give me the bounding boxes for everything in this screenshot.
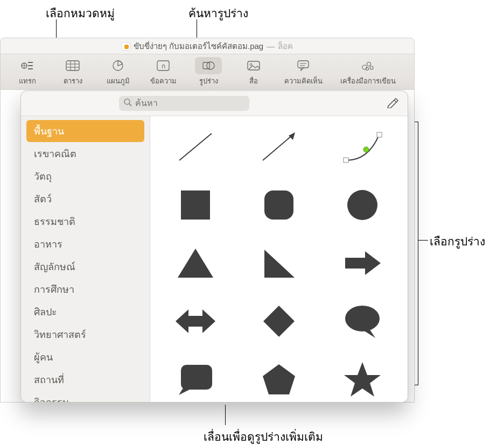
svg-point-41 — [345, 306, 380, 331]
search-icon — [123, 98, 132, 109]
svg-marker-40 — [263, 306, 295, 337]
svg-rect-31 — [377, 132, 382, 137]
callout-find-shape: ค้นหารูปร่าง — [188, 4, 248, 22]
shape-callout-square[interactable] — [162, 356, 229, 402]
shape-triangle[interactable] — [162, 240, 229, 286]
shape-arrow-right[interactable] — [328, 240, 396, 286]
toolbar-text-label: ข้อความ — [150, 75, 177, 87]
toolbar-chart-label: แผนภูมิ — [107, 75, 130, 87]
svg-point-15 — [207, 62, 214, 69]
svg-marker-39 — [176, 309, 215, 333]
svg-marker-36 — [178, 249, 213, 278]
category-item[interactable]: สถานที่ — [26, 369, 144, 391]
category-sidebar: พื้นฐานเรขาคณิตวัตถุสัตว์ธรรมชาติอาหารสั… — [21, 116, 150, 402]
svg-rect-30 — [344, 158, 348, 163]
draw-shape-button[interactable] — [386, 96, 400, 110]
shape-line[interactable] — [162, 124, 229, 170]
shape-star[interactable] — [328, 356, 396, 402]
comment-icon — [290, 57, 317, 74]
svg-line-26 — [129, 104, 131, 106]
svg-marker-45 — [263, 364, 295, 394]
svg-rect-34 — [264, 190, 293, 220]
svg-point-17 — [250, 63, 252, 66]
shape-pentagon[interactable] — [246, 356, 313, 402]
category-item[interactable]: สัญลักษณ์ — [26, 256, 144, 278]
shape-square[interactable] — [162, 182, 229, 228]
shapes-popover: พื้นฐานเรขาคณิตวัตถุสัตว์ธรรมชาติอาหารสั… — [20, 90, 408, 402]
svg-marker-29 — [289, 132, 295, 140]
shape-circle[interactable] — [328, 182, 396, 228]
toolbar-table[interactable]: ตาราง — [50, 57, 95, 87]
category-item[interactable]: พื้นฐาน — [26, 120, 144, 142]
category-item[interactable]: การศึกษา — [26, 278, 144, 300]
category-item[interactable]: ธรรมชาติ — [26, 210, 144, 232]
svg-point-25 — [124, 99, 130, 104]
svg-marker-46 — [344, 362, 381, 397]
svg-point-22 — [367, 62, 371, 66]
toolbar-authoring[interactable]: เครื่องมือการเขียน — [330, 57, 405, 87]
toolbar-insert-label: แทรก — [19, 75, 36, 87]
shape-speech-bubble[interactable] — [328, 298, 396, 344]
category-item[interactable]: ศิลปะ — [26, 301, 144, 323]
svg-text:ก: ก — [162, 62, 165, 70]
svg-rect-18 — [298, 61, 309, 68]
bracket-mid-line — [418, 240, 428, 241]
category-item[interactable]: กิจกรรม — [26, 391, 144, 402]
shape-right-triangle[interactable] — [246, 240, 313, 286]
category-item[interactable]: วัตถุ — [26, 165, 144, 187]
svg-rect-33 — [181, 190, 210, 220]
shape-grid — [150, 116, 408, 402]
shape-diamond[interactable] — [246, 298, 313, 344]
shape-icon — [195, 57, 222, 74]
svg-rect-6 — [66, 61, 79, 70]
toolbar-insert[interactable]: แทรก — [5, 57, 50, 87]
shape-curve-editable[interactable] — [328, 124, 396, 170]
authoring-icon — [354, 57, 381, 74]
svg-point-32 — [363, 147, 369, 152]
toolbar-text[interactable]: ก ข้อความ — [141, 57, 186, 87]
callout-select-shape: เลือกรูปร่าง — [430, 232, 485, 250]
svg-rect-4 — [28, 65, 33, 66]
category-item[interactable]: วิทยาศาสตร์ — [26, 323, 144, 345]
svg-point-35 — [347, 190, 377, 220]
toolbar: แทรก ตาราง แผนภูมิ ก ข้อความ รูปร่าง — [1, 54, 414, 90]
svg-line-27 — [179, 133, 212, 160]
toolbar-comment[interactable]: ความคิดเห็น — [276, 57, 330, 87]
svg-line-28 — [263, 136, 292, 160]
insert-icon — [14, 57, 41, 74]
media-icon — [240, 57, 267, 74]
toolbar-comment-label: ความคิดเห็น — [284, 75, 323, 87]
chart-icon — [104, 57, 131, 74]
svg-point-23 — [370, 66, 373, 69]
category-item[interactable]: สัตว์ — [26, 188, 144, 210]
category-item[interactable]: ผู้คน — [26, 346, 144, 368]
svg-marker-37 — [264, 250, 295, 278]
shape-arrow-line[interactable] — [246, 124, 313, 170]
document-locked-label: ล็อค — [278, 40, 293, 53]
toolbar-media[interactable]: สื่อ — [231, 57, 276, 87]
popover-header — [21, 91, 408, 116]
category-item[interactable]: อาหาร — [26, 233, 144, 255]
document-icon — [122, 42, 130, 51]
search-field[interactable] — [119, 96, 249, 111]
shape-arrow-double[interactable] — [162, 298, 229, 344]
shape-rounded-square[interactable] — [246, 182, 313, 228]
toolbar-authoring-label: เครื่องมือการเขียน — [340, 75, 396, 87]
svg-rect-3 — [28, 62, 33, 63]
svg-marker-38 — [345, 251, 381, 275]
svg-rect-5 — [28, 68, 33, 69]
svg-rect-14 — [203, 62, 209, 69]
toolbar-table-label: ตาราง — [64, 75, 82, 87]
title-dash: — — [267, 41, 275, 51]
popover-body: พื้นฐานเรขาคณิตวัตถุสัตว์ธรรมชาติอาหารสั… — [21, 116, 408, 402]
toolbar-shape[interactable]: รูปร่าง — [186, 57, 231, 87]
text-icon: ก — [150, 57, 177, 74]
document-filename: ขับขี่ง่ายๆ กับมอเตอร์ไซค์คัสตอม.pag — [134, 40, 263, 53]
toolbar-media-label: สื่อ — [249, 75, 258, 87]
toolbar-chart[interactable]: แผนภูมิ — [95, 57, 141, 87]
svg-marker-42 — [363, 328, 375, 338]
callout-line — [225, 405, 226, 425]
category-item[interactable]: เรขาคณิต — [26, 143, 144, 165]
table-icon — [59, 57, 86, 74]
search-input[interactable] — [135, 98, 245, 108]
